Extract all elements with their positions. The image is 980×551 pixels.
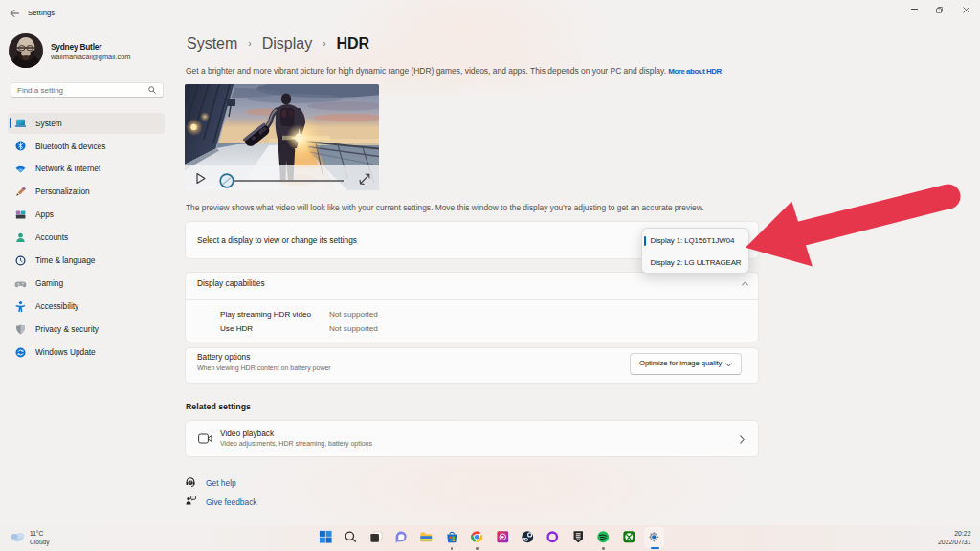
svg-text:?: ?	[189, 480, 192, 485]
